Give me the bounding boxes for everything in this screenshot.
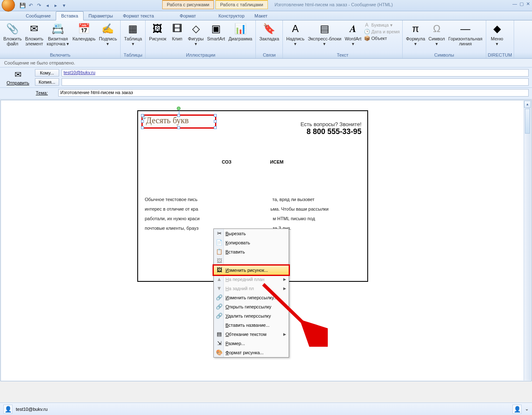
next-icon[interactable]: ▸ xyxy=(52,2,59,9)
button-label: SmartArt xyxy=(207,36,225,41)
bring-front-icon: ▲ xyxy=(215,276,223,283)
table-icon: ▦ xyxy=(126,22,140,35)
tab-layout[interactable]: Макет xyxy=(250,12,272,20)
bookmark-button[interactable]: 🔖Закладка xyxy=(257,21,281,42)
calendar-icon: 📅 xyxy=(77,22,91,35)
button-label: Надпись▾ xyxy=(286,36,304,46)
symbol-button[interactable]: ΩСимвол▾ xyxy=(427,21,447,47)
expand-icon[interactable]: ⌄ xyxy=(525,406,529,412)
to-input[interactable]: test10@bukv.ru xyxy=(62,69,529,77)
table-button[interactable]: ▦Таблица▾ xyxy=(122,21,144,47)
calendar-button[interactable]: 📅Календарь xyxy=(71,21,97,42)
ctx-paste[interactable]: 📋Вставить xyxy=(214,247,289,256)
ctx-label: Вставить xyxy=(225,249,245,254)
message-header: ✉ Отправить Кому... Копия... test10@bukv… xyxy=(0,67,532,88)
attach-file-icon: 📎 xyxy=(6,22,19,35)
ribbon-tabs: Сообщение Вставка Параметры Формат текст… xyxy=(0,11,532,20)
tab-message[interactable]: Сообщение xyxy=(21,12,56,20)
ctx-change-pic[interactable]: 🖼Изменить рисунок... xyxy=(213,265,289,275)
close-icon[interactable]: ✕ xyxy=(526,1,530,7)
tab-format[interactable]: Формат xyxy=(175,12,201,20)
annotation-arrow xyxy=(257,280,328,347)
to-button[interactable]: Кому... xyxy=(35,69,59,77)
svg-line-0 xyxy=(263,284,324,343)
scroll-up-icon[interactable]: ▲ xyxy=(524,101,531,108)
wrap-text-icon: ▤ xyxy=(215,331,223,338)
object-button[interactable]: 📦Объект xyxy=(364,35,400,41)
directum-menu-button[interactable]: ◆Меню▾ xyxy=(488,21,506,47)
office-button[interactable] xyxy=(2,0,15,12)
textbox-button[interactable]: AНадпись▾ xyxy=(285,21,306,47)
quick-access-toolbar: 💾 ↶ ↷ ◂ ▸ ▾ xyxy=(19,2,67,9)
ctx-cut[interactable]: ✂Вырезать xyxy=(214,229,289,238)
small-label: Объект xyxy=(371,36,387,41)
dropcap-button: AБуквица ▾ xyxy=(364,22,400,28)
redo-icon[interactable]: ↷ xyxy=(36,2,42,9)
title-bar: 💾 ↶ ↷ ◂ ▸ ▾ Работа с рисунками Работа с … xyxy=(0,0,532,11)
smartart-button[interactable]: ▣SmartArt xyxy=(205,21,227,42)
tab-insert[interactable]: Вставка xyxy=(56,11,84,20)
hr-button[interactable]: —Горизонтальнаялиния xyxy=(447,21,484,47)
resize-handle[interactable] xyxy=(214,126,217,129)
ctx-format-pic[interactable]: 🎨Формат рисунка... xyxy=(214,348,289,357)
button-label: Меню▾ xyxy=(491,36,503,46)
ctx-copy[interactable]: 📄Копировать xyxy=(214,238,289,247)
attach-item-button[interactable]: ✉Вложитьэлемент xyxy=(23,21,45,47)
ctx-label: Размер... xyxy=(225,341,245,346)
subject-row: Тема: Изготовление html-писем на заказ xyxy=(0,88,532,99)
quickparts-icon: ▤ xyxy=(318,22,331,35)
chart-button[interactable]: 📊Диаграмма xyxy=(227,21,254,42)
quickparts-button[interactable]: ▤Экспресс-блоки▾ xyxy=(306,21,343,47)
qat-dropdown-icon[interactable]: ▾ xyxy=(61,2,67,9)
datetime-icon: 🕒 xyxy=(364,29,370,35)
ctx-label: Вырезать xyxy=(225,231,246,236)
format-pic-icon: 🎨 xyxy=(215,349,223,356)
vertical-scrollbar[interactable]: ▲ xyxy=(524,101,531,380)
resize-handle[interactable] xyxy=(141,120,144,123)
resize-handle[interactable] xyxy=(177,114,180,117)
attach-file-button[interactable]: 📎Вложитьфайл xyxy=(2,21,23,47)
prev-icon[interactable]: ◂ xyxy=(44,2,51,9)
button-label: Вложитьэлемент xyxy=(25,36,43,46)
tab-format-text[interactable]: Формат текста xyxy=(118,12,159,20)
button-label: Рисунок xyxy=(149,36,166,41)
cc-button[interactable]: Копия... xyxy=(35,78,59,86)
clip-button[interactable]: 🎞Клип xyxy=(168,21,186,42)
signature-button[interactable]: ✍Подпись▾ xyxy=(97,21,119,47)
message-body-editor[interactable]: ⚓ Десять букв Есть вопросы? Звоните! 8 8… xyxy=(0,100,532,381)
selected-image-logo[interactable]: ⚓ Десять букв xyxy=(141,114,216,129)
undo-icon[interactable]: ↶ xyxy=(27,2,34,9)
save-icon[interactable]: 💾 xyxy=(19,2,26,9)
presence-icon[interactable]: 👤 xyxy=(512,405,522,414)
subject-input[interactable]: Изготовление html-писем на заказ xyxy=(58,89,529,97)
business-card-button[interactable]: 📇Визитнаякарточка ▾ xyxy=(45,21,71,47)
tab-options[interactable]: Параметры xyxy=(84,12,118,20)
dropcap-icon: A xyxy=(364,22,370,28)
scroll-thumb[interactable] xyxy=(525,109,530,134)
envelope-icon: ✉ xyxy=(15,70,22,80)
context-tab-picture-tools[interactable]: Работа с рисунками xyxy=(162,0,214,9)
wordart-button[interactable]: 𝑨WordArt▾ xyxy=(343,21,363,47)
minimize-icon[interactable]: — xyxy=(512,1,517,7)
resize-handle[interactable] xyxy=(177,126,180,129)
picture-button[interactable]: 🖼Рисунок xyxy=(147,21,168,42)
subject-label: Тема: xyxy=(3,90,56,95)
resize-handle[interactable] xyxy=(214,120,217,123)
size-icon: ⇲ xyxy=(215,340,223,347)
tab-constructor[interactable]: Конструктор xyxy=(213,12,250,20)
maximize-icon[interactable]: ▢ xyxy=(520,1,524,7)
equation-button[interactable]: πФормула▾ xyxy=(404,21,427,47)
ribbon-group: AНадпись▾▤Экспресс-блоки▾𝑨WordArt▾AБукви… xyxy=(283,20,403,58)
cc-input[interactable] xyxy=(62,78,529,86)
resize-handle[interactable] xyxy=(214,114,217,117)
send-button[interactable]: ✉ Отправить xyxy=(3,69,32,86)
shapes-button[interactable]: ◇Фигуры▾ xyxy=(186,21,205,47)
paste-icon: 📋 xyxy=(215,248,223,256)
resize-handle[interactable] xyxy=(141,114,144,117)
context-tab-table-tools[interactable]: Работа с таблицами xyxy=(215,0,267,9)
edit-hyperlink-icon: 🔗 xyxy=(215,294,223,301)
symbol-icon: Ω xyxy=(430,22,443,35)
resize-handle[interactable] xyxy=(141,126,144,129)
insert-caption-icon xyxy=(215,321,223,329)
object-icon: 📦 xyxy=(364,35,370,41)
